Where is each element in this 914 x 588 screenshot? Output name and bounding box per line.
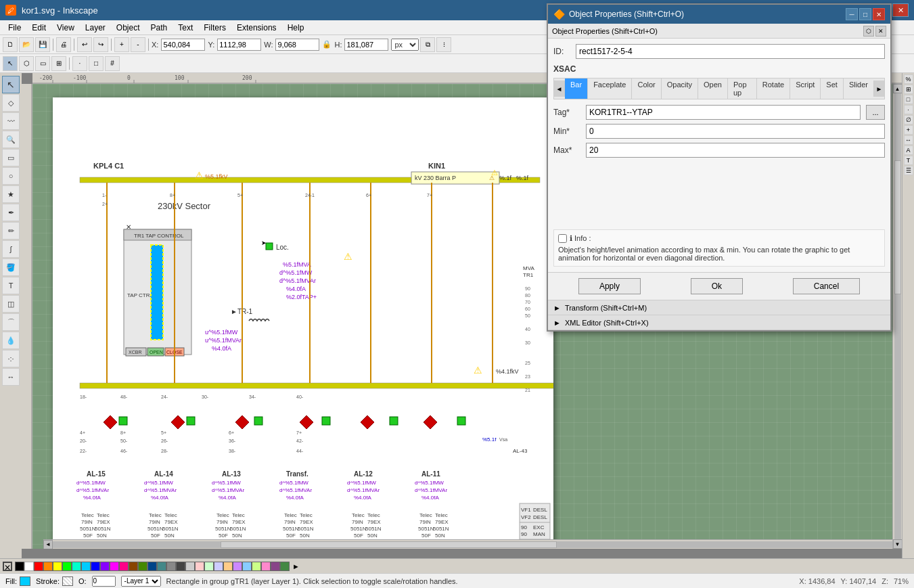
tab-open[interactable]: Open xyxy=(698,78,728,99)
text-tool[interactable]: T xyxy=(2,277,20,294)
scroll-track-v[interactable] xyxy=(894,93,901,539)
tab-bar[interactable]: Bar xyxy=(565,78,588,99)
snap-grid-btn[interactable]: # xyxy=(105,56,120,71)
tweak-tool[interactable]: 〰 xyxy=(2,112,20,130)
open-button[interactable]: 📂 xyxy=(19,37,34,52)
inner-close-btn[interactable]: ✕ xyxy=(875,26,886,37)
arrow-tool[interactable]: ↖ xyxy=(2,76,20,93)
palette-dark-gray[interactable] xyxy=(176,562,185,571)
tag-input[interactable] xyxy=(586,105,861,120)
transform-panel-collapsed[interactable]: ► Transform (Shift+Ctrl+M) xyxy=(548,300,890,315)
palette-black[interactable] xyxy=(15,562,24,571)
palette-peach[interactable] xyxy=(223,562,233,571)
tab-opacity[interactable]: Opacity xyxy=(662,78,698,99)
palette-more-btn[interactable]: ► xyxy=(290,562,302,570)
palette-gray[interactable] xyxy=(166,562,176,571)
snap-btn-6[interactable]: + xyxy=(904,125,913,135)
palette-orange[interactable] xyxy=(43,562,53,571)
menu-path[interactable]: Path xyxy=(145,22,173,34)
tab-right-arrow[interactable]: ► xyxy=(873,81,884,97)
circle-tool[interactable]: ○ xyxy=(2,167,20,185)
menu-view[interactable]: View xyxy=(51,22,80,34)
snap-btn-10[interactable]: ☰ xyxy=(904,166,913,175)
cancel-button[interactable]: Cancel xyxy=(793,278,860,294)
palette-magenta[interactable] xyxy=(110,562,119,571)
w-input[interactable] xyxy=(275,39,319,51)
id-input[interactable] xyxy=(576,44,885,59)
zoom-out-button[interactable]: - xyxy=(131,37,145,52)
stroke-swatch[interactable] xyxy=(62,576,73,586)
tab-set[interactable]: Set xyxy=(821,78,844,99)
scrollbar-vertical[interactable]: ▲ ▼ xyxy=(892,84,902,549)
select-tool-btn[interactable]: ↖ xyxy=(3,56,18,71)
transform-button[interactable]: ⧉ xyxy=(420,37,435,52)
palette-cyan[interactable] xyxy=(81,562,91,571)
snap-nodes-btn[interactable]: · xyxy=(72,56,87,71)
tab-left-arrow[interactable]: ◄ xyxy=(554,81,565,97)
menu-help[interactable]: Help xyxy=(282,22,310,34)
palette-cyan-green[interactable] xyxy=(72,562,81,571)
tab-faceplate[interactable]: Faceplate xyxy=(588,78,632,99)
snap-btn-9[interactable]: T xyxy=(904,156,913,165)
menu-filters[interactable]: Filters xyxy=(198,22,231,34)
align-button[interactable]: ⫶ xyxy=(436,37,451,52)
snap-btn-4[interactable]: · xyxy=(904,105,913,114)
undo-button[interactable]: ↩ xyxy=(77,37,92,52)
palette-purple[interactable] xyxy=(271,562,280,571)
palette-lavender[interactable] xyxy=(233,562,242,571)
snap-btn-2[interactable]: ⊞ xyxy=(904,85,913,94)
palette-light-pink[interactable] xyxy=(195,562,204,571)
palette-light-blue[interactable] xyxy=(214,562,223,571)
menu-object[interactable]: Object xyxy=(111,22,145,34)
scroll-thumb-v[interactable] xyxy=(894,160,901,294)
x-input[interactable] xyxy=(161,39,205,51)
node-tool[interactable]: ◇ xyxy=(2,94,20,112)
node-tool-btn[interactable]: ⬡ xyxy=(19,56,34,71)
palette-red[interactable] xyxy=(34,562,43,571)
tag-browse-btn[interactable]: ... xyxy=(866,105,885,120)
no-color-swatch[interactable]: ✕ xyxy=(3,562,12,571)
scroll-track-h[interactable] xyxy=(53,541,892,548)
tab-color[interactable]: Color xyxy=(632,78,661,99)
pen-tool[interactable]: ✒ xyxy=(2,204,20,221)
inner-float-btn[interactable]: ⬡ xyxy=(863,26,874,37)
calligraphy-tool[interactable]: ∫ xyxy=(2,240,20,258)
snap-btn-1[interactable]: % xyxy=(904,74,913,84)
palette-rose[interactable] xyxy=(261,562,271,571)
palette-yellow[interactable] xyxy=(53,562,62,571)
menu-layer[interactable]: Layer xyxy=(80,22,111,34)
tab-script[interactable]: Script xyxy=(790,78,821,99)
opacity-input[interactable] xyxy=(92,576,116,587)
fill-color-swatch[interactable] xyxy=(20,576,30,586)
save-button[interactable]: 💾 xyxy=(35,37,50,52)
connector-tool[interactable]: ⌒ xyxy=(2,313,20,331)
max-input[interactable] xyxy=(586,143,885,158)
palette-teal[interactable] xyxy=(157,562,166,571)
gradient-tool[interactable]: ◫ xyxy=(2,295,20,313)
scroll-up-btn[interactable]: ▲ xyxy=(893,84,902,93)
snap-btn-5[interactable]: ∅ xyxy=(904,115,913,125)
menu-extensions[interactable]: Extensions xyxy=(231,22,282,34)
palette-blue[interactable] xyxy=(91,562,100,571)
scroll-left-btn[interactable]: ◄ xyxy=(43,540,53,549)
pencil-tool[interactable]: ✏ xyxy=(2,222,20,240)
dialog-close-btn[interactable]: ✕ xyxy=(873,8,885,20)
layer-select[interactable]: -Layer 1 xyxy=(121,576,161,587)
min-input[interactable] xyxy=(586,124,885,139)
palette-forest[interactable] xyxy=(280,562,290,571)
menu-file[interactable]: File xyxy=(3,22,26,34)
spray-tool[interactable]: ·:· xyxy=(2,350,20,367)
palette-white[interactable] xyxy=(24,562,34,571)
scroll-thumb-h[interactable] xyxy=(221,541,556,548)
scroll-down-btn[interactable]: ▼ xyxy=(893,539,902,549)
h-input[interactable] xyxy=(344,39,388,51)
star-tool[interactable]: ★ xyxy=(2,185,20,203)
unit-select[interactable]: px mm cm xyxy=(391,39,419,51)
rect-tool[interactable]: ▭ xyxy=(2,149,20,166)
xml-editor-panel-collapsed[interactable]: ► XML Editor (Shift+Ctrl+X) xyxy=(548,315,890,330)
dropper-tool[interactable]: 💧 xyxy=(2,332,20,349)
menu-edit[interactable]: Edit xyxy=(26,22,51,34)
snap-btn-8[interactable]: A xyxy=(904,145,913,155)
scrollbar-horizontal[interactable]: ◄ ► xyxy=(43,539,902,549)
rect-tool-btn[interactable]: ▭ xyxy=(35,56,50,71)
